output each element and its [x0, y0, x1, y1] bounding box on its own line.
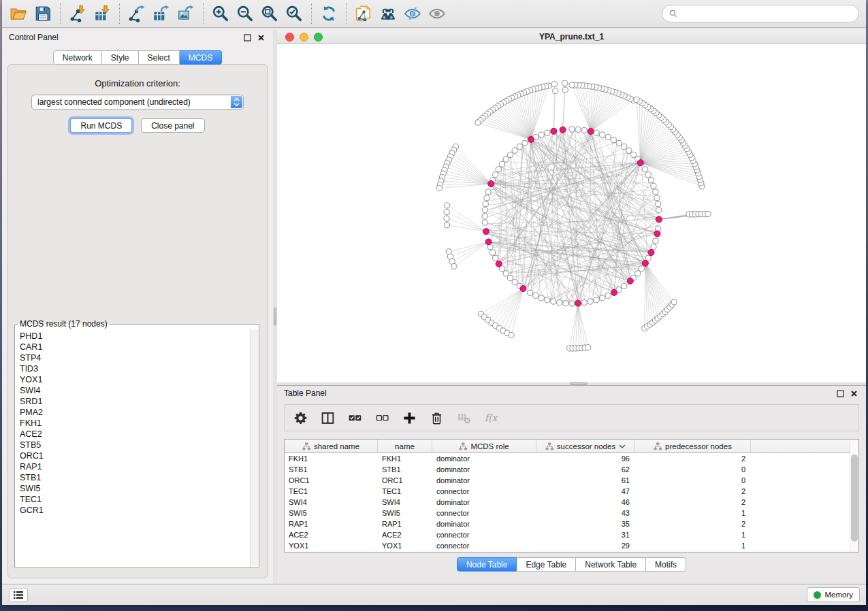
table-scrollbar-thumb[interactable]	[851, 455, 858, 542]
zoom-in-button[interactable]	[208, 2, 233, 25]
table-row[interactable]: YOX1YOX1connector291	[285, 540, 858, 551]
mcds-result-item[interactable]: RAP1	[20, 461, 249, 472]
mcds-result-item[interactable]: STP4	[20, 352, 249, 363]
table-row[interactable]: SWI4SWI4dominator462	[285, 497, 858, 508]
mcds-result-item[interactable]: TID3	[20, 363, 249, 374]
show-all-button[interactable]	[425, 2, 449, 25]
mcds-result-item[interactable]: FKH1	[20, 418, 249, 429]
float-table-panel-button[interactable]	[835, 388, 846, 399]
close-panel-button[interactable]: Close panel	[141, 118, 204, 133]
column-header-predecessor-nodes[interactable]: predecessor nodes	[635, 440, 751, 453]
cell-predecessor-nodes: 2	[635, 453, 751, 464]
export-table-button[interactable]	[149, 2, 174, 25]
mcds-result-item[interactable]: YOX1	[20, 374, 249, 385]
memory-status-icon	[814, 591, 821, 599]
table-scrollbar[interactable]	[850, 440, 858, 552]
search-network-button[interactable]	[376, 2, 400, 25]
save-session-button[interactable]	[31, 2, 55, 25]
mcds-result-item[interactable]: STB1	[20, 472, 249, 483]
mcds-result-item[interactable]: SWI5	[20, 483, 249, 494]
cell-shared-name: ACE2	[285, 529, 378, 540]
mcds-result-item[interactable]: TEC1	[20, 494, 249, 505]
tab-select[interactable]: Select	[139, 50, 180, 65]
mcds-result-item[interactable]: SWI4	[20, 385, 249, 396]
status-bar: Memory	[2, 584, 866, 605]
table-row[interactable]: STB1STB1dominator620	[285, 464, 858, 475]
tab-network-table[interactable]: Network Table	[576, 557, 646, 572]
cell-MCDS-role: dominator	[432, 464, 536, 475]
cell-name: SWI4	[378, 497, 432, 508]
table-row[interactable]: FKH1FKH1dominator962	[285, 453, 858, 464]
open-file-button[interactable]	[6, 2, 31, 25]
mcds-result-item[interactable]: SRD1	[20, 396, 249, 407]
column-header-shared-name[interactable]: shared name	[285, 440, 378, 453]
trash-button[interactable]	[428, 409, 445, 427]
column-header-MCDS-role[interactable]: MCDS role	[432, 440, 536, 453]
table-row[interactable]: ACE2ACE2connector311	[285, 529, 858, 540]
column-header-successor-nodes[interactable]: successor nodes	[536, 440, 635, 453]
run-mcds-button[interactable]: Run MCDS	[70, 118, 132, 133]
tab-edge-table[interactable]: Edge Table	[517, 557, 576, 572]
memory-button[interactable]: Memory	[807, 587, 860, 602]
splitter-grip-icon[interactable]	[274, 308, 276, 325]
sort-down-icon	[619, 443, 626, 450]
search-input[interactable]	[681, 7, 858, 20]
toolbar-separator	[60, 3, 61, 24]
export-image-button[interactable]	[174, 2, 198, 25]
zoom-out-button[interactable]	[233, 2, 257, 25]
zoom-in-icon	[212, 5, 229, 22]
network-canvas[interactable]	[277, 44, 866, 382]
import-table-button[interactable]	[90, 2, 114, 25]
table-row[interactable]: PHD1PHD1dominator180	[285, 551, 858, 552]
float-panel-button[interactable]	[242, 32, 253, 43]
cell-name: RAP1	[378, 518, 432, 529]
column-header-name[interactable]: name	[378, 440, 432, 453]
close-panel-icon-button[interactable]	[255, 32, 266, 43]
export-network-button[interactable]	[125, 2, 149, 25]
new-network-from-selection-button[interactable]	[351, 2, 376, 25]
mcds-list-scrollbar[interactable]	[250, 329, 258, 566]
add-button[interactable]	[400, 409, 418, 427]
zoom-window-icon[interactable]	[314, 33, 323, 42]
table-row[interactable]: RAP1RAP1dominator352	[285, 518, 858, 529]
table-row[interactable]: SWI5SWI5connector431	[285, 508, 858, 518]
task-history-button[interactable]	[9, 588, 28, 602]
tab-node-table[interactable]: Node Table	[457, 557, 517, 572]
zoom-selected-button[interactable]	[282, 2, 306, 25]
optimization-criterion-select[interactable]: largest connected component (undirected)	[31, 95, 244, 110]
tab-motifs[interactable]: Motifs	[646, 557, 686, 572]
main-area: Control Panel NetworkStyleSelectMCDS Opt…	[2, 28, 866, 584]
gear-button[interactable]	[291, 409, 309, 427]
table-delete-icon	[457, 411, 471, 425]
mcds-result-item[interactable]: GCR1	[20, 505, 249, 516]
cell-predecessor-nodes: 2	[635, 497, 751, 508]
mcds-result-item[interactable]: PHD1	[20, 331, 249, 342]
table-row[interactable]: TEC1TEC1connector472	[285, 486, 858, 497]
tab-network[interactable]: Network	[53, 50, 102, 65]
select-all-button[interactable]	[346, 409, 364, 427]
cell-name: PHD1	[378, 551, 432, 552]
close-window-icon[interactable]	[285, 33, 294, 42]
tab-style[interactable]: Style	[102, 50, 139, 65]
zoom-fit-button[interactable]	[257, 2, 282, 25]
import-network-button[interactable]	[65, 2, 90, 25]
tab-mcds[interactable]: MCDS	[180, 50, 222, 65]
mcds-result-item[interactable]: PMA2	[20, 407, 249, 418]
control-panel-title: Control Panel	[9, 33, 59, 42]
refresh-button[interactable]	[317, 2, 341, 25]
mcds-result-item[interactable]: ACE2	[20, 429, 249, 440]
mcds-result-item[interactable]: STB5	[20, 440, 249, 450]
cell-successor-nodes: 29	[536, 540, 635, 551]
table-row[interactable]: ORC1ORC1dominator610	[285, 475, 858, 486]
export-network-icon	[128, 5, 146, 22]
minimize-window-icon[interactable]	[300, 33, 308, 42]
mcds-result-item[interactable]: ORC1	[20, 450, 249, 461]
hide-selected-button[interactable]	[400, 2, 425, 25]
deselect-all-button[interactable]	[373, 409, 391, 427]
network-graph[interactable]	[277, 44, 866, 382]
columns-button[interactable]	[319, 409, 336, 427]
network-window-titlebar[interactable]: YPA_prune.txt_1	[277, 30, 866, 44]
close-table-panel-button[interactable]	[848, 388, 859, 399]
mcds-result-item[interactable]: CAR1	[20, 342, 249, 352]
search-box[interactable]	[662, 5, 859, 22]
